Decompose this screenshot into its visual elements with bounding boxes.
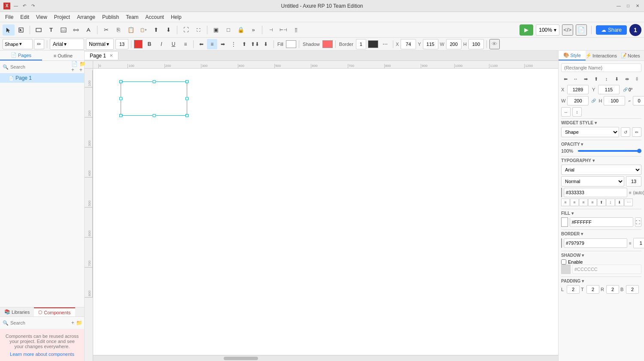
selected-shape[interactable] [121,81,187,116]
padding-b-input[interactable] [626,285,639,294]
border-width-input[interactable] [356,39,366,49]
opacity-header[interactable]: OPACITY ▾ [561,142,641,147]
pages-search-input[interactable] [10,64,70,69]
components-search-input[interactable] [10,320,70,325]
shadow-header[interactable]: SHADOW ▾ [561,253,641,258]
border-more-btn[interactable]: ⋯ [380,39,390,49]
x-position-input[interactable] [567,85,589,94]
font-selector[interactable]: Arial ▾ [50,39,84,50]
select-mode-btn[interactable] [15,24,27,36]
paste-btn[interactable]: 📋 [125,24,137,36]
cut-btn[interactable]: ✂ [100,24,112,36]
align-right-btn-rp[interactable]: ➡ [582,75,590,83]
shadow-swatch[interactable] [322,40,333,48]
typography-color-input[interactable] [564,188,627,197]
font-style-selector[interactable]: Normal ▾ [86,39,114,50]
tab-pages[interactable]: 📄 Pages [0,51,42,60]
typography-font-select[interactable]: Arial [561,165,641,175]
titlebar-win-btn-min[interactable]: — [13,3,19,9]
share-btn[interactable]: ☁ Share [596,25,627,35]
fill-color-input[interactable] [570,217,633,227]
fit-select-btn[interactable]: ⛶ [192,24,204,36]
canvas-tab-close[interactable]: ✕ [109,53,113,58]
page-1-item[interactable]: 📄 Page 1 [0,73,84,83]
image-tool-btn[interactable] [58,24,70,36]
align-top-btn[interactable]: ⬆ [239,39,249,49]
widget-shape-selector[interactable]: Shape ▾ [3,39,33,49]
connector-tool-btn[interactable] [70,24,82,36]
handle-br[interactable] [185,114,188,117]
border-width-input-rp[interactable] [633,238,644,248]
w-size-input[interactable] [567,96,589,105]
align-left-btn[interactable]: ⊣ [265,24,277,36]
fill-color-swatch[interactable] [286,40,296,48]
text-tool-btn[interactable]: T [45,24,57,36]
components-learn-link[interactable]: Learn more about components [4,352,80,357]
handle-bl[interactable] [119,114,122,117]
border-color-swatch[interactable] [368,40,378,48]
fill-more-btn[interactable]: ⛶ [635,217,642,227]
menu-file[interactable]: File [2,13,17,21]
border-color-swatch-rp[interactable] [561,238,562,248]
text-align-justify-btn[interactable]: ≡ [588,199,597,206]
right-tab-interactions[interactable]: ⚡ Interactions [586,51,617,60]
group-btn[interactable]: ▣ [210,24,222,36]
right-tab-notes[interactable]: 📝 Notes [617,51,644,60]
widget-style-reset-btn[interactable]: ↺ [621,127,630,137]
opacity-slider-thumb[interactable] [637,149,641,153]
dist-v-btn-rp[interactable]: ⇳ [633,75,641,83]
align-center-btn-rp[interactable]: ↔ [571,75,580,83]
tab-libraries[interactable]: 📚 Libraries [0,307,34,316]
flip-h-btn[interactable]: ↔ [561,107,571,117]
widget-style-select[interactable]: Shape [561,127,619,137]
corner-radius-input[interactable] [633,96,644,105]
padding-header[interactable]: PADDING ▾ [561,279,641,283]
text-valign-top-btn[interactable]: ⬆ [597,199,606,206]
opacity-slider[interactable] [578,150,641,152]
menu-arrange[interactable]: Arrange [73,13,99,21]
text-valign-bot-btn[interactable]: ⬇ [615,199,624,206]
typography-header[interactable]: TYPOGRAPHY ▾ [561,158,641,163]
text-valign-mid-btn[interactable]: ↕ [606,199,615,206]
menu-team[interactable]: Team [122,13,142,21]
typography-size-input[interactable] [626,176,641,187]
menu-view[interactable]: View [33,13,51,21]
right-tab-style[interactable]: 🎨 Style [559,51,586,60]
widget-style-edit-btn[interactable]: ✏ [632,127,641,137]
flip-v-btn[interactable]: ↕ [572,107,582,117]
typography-style-select[interactable]: Normal [561,176,624,187]
more-btn[interactable]: » [247,24,259,36]
y-position-input[interactable] [598,85,620,94]
components-new-btn[interactable]: + [71,319,74,327]
underline-btn[interactable]: U [168,39,179,49]
titlebar-win-btn-undo[interactable]: ↶ [21,3,27,9]
ungroup-btn[interactable]: □ [222,24,234,36]
components-folder-btn[interactable]: 📁 [76,319,82,327]
arrange-top-btn[interactable]: ⬆ [150,24,162,36]
font-size-input[interactable] [115,39,128,49]
widget-name-input[interactable] [561,63,641,72]
titlebar-win-btn-redo[interactable]: ↷ [30,3,36,9]
border-color-input[interactable] [564,238,627,248]
select-tool-btn[interactable] [3,24,15,36]
menu-account[interactable]: Account [142,13,167,21]
font-color-btn[interactable] [134,40,143,48]
paste-special-btn[interactable]: 📋+ [137,24,149,36]
italic-btn[interactable]: I [156,39,167,49]
user-avatar[interactable]: 1 [629,24,641,36]
canvas[interactable] [93,69,558,361]
h-coord-input[interactable] [468,39,484,49]
h-size-input[interactable] [604,96,625,105]
lock-btn[interactable]: 🔒 [235,24,247,36]
align-right-text-btn[interactable]: ➡ [218,39,228,49]
text-align-right-btn[interactable]: ≡ [579,199,588,206]
y-coord-input[interactable] [423,39,438,49]
text-align-center-btn[interactable]: ≡ [570,199,579,206]
align-top-btn-rp[interactable]: ⬆ [592,75,601,83]
shape-edit-btn[interactable]: ✏ [34,39,44,49]
arrange-bottom-btn[interactable]: ⬇ [162,24,174,36]
win-btn-maximize[interactable]: □ [625,3,631,9]
pen-tool-btn[interactable] [82,24,94,36]
rectangle-tool-btn[interactable] [33,24,45,36]
menu-help[interactable]: Help [167,13,185,21]
